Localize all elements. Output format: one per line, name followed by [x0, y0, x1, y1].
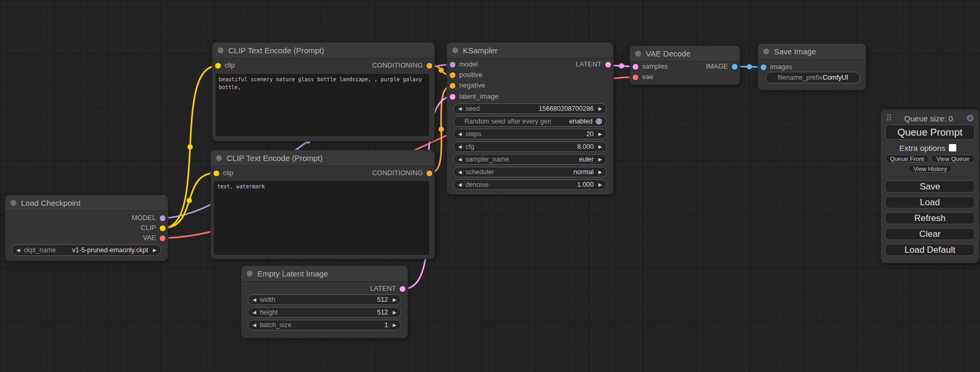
- input-slot-negative[interactable]: negative: [447, 80, 613, 91]
- queue-prompt-button[interactable]: Queue Prompt: [885, 125, 975, 140]
- widget-cfg[interactable]: ◀ cfg 8.000 ▶: [453, 141, 607, 152]
- output-slot-image[interactable]: IMAGE: [630, 61, 740, 72]
- node-empty-latent-titlebar[interactable]: Empty Latent Image: [241, 266, 407, 282]
- widget-denoise[interactable]: ◀ denoise 1.000 ▶: [453, 179, 607, 190]
- widget-batch-size[interactable]: ◀ batch_size 1 ▶: [248, 320, 401, 330]
- collapse-dot[interactable]: [763, 49, 769, 54]
- slot-dot-latent[interactable]: [605, 62, 611, 68]
- image-link-midpoint-dot[interactable]: [747, 64, 752, 70]
- positive-conditioning-link-midpoint-dot[interactable]: [439, 68, 444, 73]
- slot-dot-latent-image[interactable]: [450, 94, 455, 100]
- collapse-dot[interactable]: [216, 155, 222, 161]
- collapse-dot[interactable]: [452, 47, 458, 53]
- increment-arrow-icon[interactable]: ▶: [153, 248, 157, 253]
- widget-height[interactable]: ◀ height 512 ▶: [248, 307, 401, 318]
- clear-button[interactable]: Clear: [885, 228, 975, 240]
- increment-arrow-icon[interactable]: ▶: [598, 145, 602, 149]
- widget-seed[interactable]: ◀ seed 156680208700286 ▶: [453, 103, 607, 114]
- input-slot-vae[interactable]: vae: [630, 72, 740, 82]
- input-slot-latent-image[interactable]: latent_image: [447, 91, 613, 102]
- collapse-dot[interactable]: [635, 51, 641, 56]
- node-clip-negative-titlebar[interactable]: CLIP Text Encode (Prompt): [211, 150, 434, 166]
- slot-dot-conditioning[interactable]: [426, 63, 432, 69]
- view-history-button[interactable]: View History: [908, 165, 952, 173]
- node-clip-positive-titlebar[interactable]: CLIP Text Encode (Prompt): [212, 43, 434, 59]
- node-empty-latent-image[interactable]: Empty Latent Image LATENT ◀ width 512 ▶ …: [241, 266, 407, 338]
- node-clip-text-encode-negative[interactable]: CLIP Text Encode (Prompt) clip CONDITION…: [211, 150, 434, 259]
- collapse-dot[interactable]: [11, 200, 16, 206]
- decrement-arrow-icon[interactable]: ◀: [458, 145, 462, 149]
- output-slot-latent[interactable]: LATENT: [447, 59, 613, 70]
- widget-ckpt-name[interactable]: ◀ ckpt_name v1-5-pruned-emaonly.ckpt ▶: [12, 244, 161, 256]
- node-ksampler-titlebar[interactable]: KSampler: [447, 43, 613, 59]
- widget-sampler-name[interactable]: ◀ sampler_name euler ▶: [453, 154, 607, 165]
- output-slot-conditioning[interactable]: CONDITIONING: [211, 168, 434, 178]
- node-save-image[interactable]: Save Image images filename_prefix ComfyU…: [758, 44, 866, 90]
- decrement-arrow-icon[interactable]: ◀: [458, 157, 462, 162]
- queue-panel[interactable]: ⠿ Queue size: 0 ⚙ Queue Prompt Extra opt…: [881, 110, 979, 263]
- decrement-arrow-icon[interactable]: ◀: [458, 183, 462, 187]
- widget-scheduler[interactable]: ◀ scheduler normal ▶: [453, 167, 607, 177]
- increment-arrow-icon[interactable]: ▶: [598, 132, 602, 137]
- negative-conditioning-link-midpoint-dot[interactable]: [439, 127, 444, 132]
- widget-filename-prefix[interactable]: filename_prefix ComfyUI: [765, 72, 860, 83]
- slot-dot-latent[interactable]: [400, 286, 405, 292]
- refresh-button[interactable]: Refresh: [885, 212, 975, 224]
- decrement-arrow-icon[interactable]: ◀: [458, 107, 462, 111]
- decrement-arrow-icon[interactable]: ◀: [16, 248, 20, 253]
- increment-arrow-icon[interactable]: ▶: [598, 170, 602, 175]
- output-slot-clip[interactable]: CLIP: [5, 223, 168, 233]
- load-default-button[interactable]: Load Default: [885, 244, 975, 256]
- extra-options-checkbox[interactable]: [949, 144, 956, 151]
- increment-arrow-icon[interactable]: ▶: [393, 323, 396, 328]
- input-slot-positive[interactable]: positive: [447, 70, 613, 80]
- node-load-checkpoint-titlebar[interactable]: Load Checkpoint: [5, 195, 168, 211]
- node-graph-canvas[interactable]: Load Checkpoint MODEL CLIP VAE ◀ ckpt_na…: [0, 0, 980, 372]
- toggle-dot[interactable]: [596, 118, 602, 125]
- increment-arrow-icon[interactable]: ▶: [393, 298, 396, 302]
- widget-random-seed-toggle[interactable]: Random seed after every gen enabled: [453, 116, 607, 127]
- clip-to-positive-link-midpoint-dot[interactable]: [188, 145, 193, 150]
- output-slot-model[interactable]: MODEL: [5, 213, 168, 223]
- slot-dot-image[interactable]: [732, 64, 738, 70]
- decrement-arrow-icon[interactable]: ◀: [253, 298, 256, 302]
- collapse-dot[interactable]: [218, 47, 224, 53]
- slot-dot-clip[interactable]: [160, 225, 166, 231]
- slot-dot-images[interactable]: [761, 64, 766, 70]
- widget-width[interactable]: ◀ width 512 ▶: [248, 294, 401, 305]
- output-slot-conditioning[interactable]: CONDITIONING: [212, 60, 434, 71]
- node-load-checkpoint[interactable]: Load Checkpoint MODEL CLIP VAE ◀ ckpt_na…: [5, 195, 168, 261]
- prompt-textarea[interactable]: beautiful scenery nature glass bottle la…: [216, 74, 429, 136]
- widget-steps[interactable]: ◀ steps 20 ▶: [453, 129, 607, 139]
- node-ksampler[interactable]: KSampler model LATENT positive negative …: [447, 43, 613, 194]
- decrement-arrow-icon[interactable]: ◀: [458, 170, 462, 175]
- node-vae-decode-titlebar[interactable]: VAE Decode: [630, 46, 740, 62]
- slot-dot-vae[interactable]: [160, 235, 166, 241]
- decrement-arrow-icon[interactable]: ◀: [253, 323, 256, 328]
- decrement-arrow-icon[interactable]: ◀: [458, 132, 462, 137]
- output-slot-vae[interactable]: VAE: [5, 233, 168, 243]
- drag-handle-icon[interactable]: ⠿: [886, 113, 891, 123]
- sampled-latent-link-midpoint-dot[interactable]: [619, 63, 624, 69]
- increment-arrow-icon[interactable]: ▶: [598, 107, 602, 111]
- output-slot-latent[interactable]: LATENT: [241, 283, 407, 294]
- prompt-textarea[interactable]: text, watermark: [214, 181, 429, 255]
- queue-front-button[interactable]: Queue Front: [885, 155, 929, 163]
- node-clip-text-encode-positive[interactable]: CLIP Text Encode (Prompt) clip CONDITION…: [212, 43, 434, 141]
- slot-dot-negative[interactable]: [450, 83, 455, 89]
- gear-icon[interactable]: ⚙: [966, 114, 974, 123]
- input-slot-images[interactable]: images: [758, 62, 866, 72]
- load-button[interactable]: Load: [885, 196, 975, 208]
- slot-dot-model[interactable]: [160, 215, 166, 221]
- increment-arrow-icon[interactable]: ▶: [598, 157, 602, 162]
- slot-dot-conditioning[interactable]: [426, 170, 432, 176]
- node-save-image-titlebar[interactable]: Save Image: [758, 44, 866, 60]
- collapse-dot[interactable]: [247, 271, 253, 276]
- view-queue-button[interactable]: View Queue: [931, 155, 975, 163]
- increment-arrow-icon[interactable]: ▶: [598, 183, 602, 187]
- slot-dot-positive[interactable]: [450, 72, 455, 78]
- save-button[interactable]: Save: [885, 180, 975, 193]
- slot-dot-vae[interactable]: [633, 74, 638, 80]
- node-vae-decode[interactable]: VAE Decode samples IMAGE vae: [630, 46, 740, 84]
- increment-arrow-icon[interactable]: ▶: [393, 310, 396, 315]
